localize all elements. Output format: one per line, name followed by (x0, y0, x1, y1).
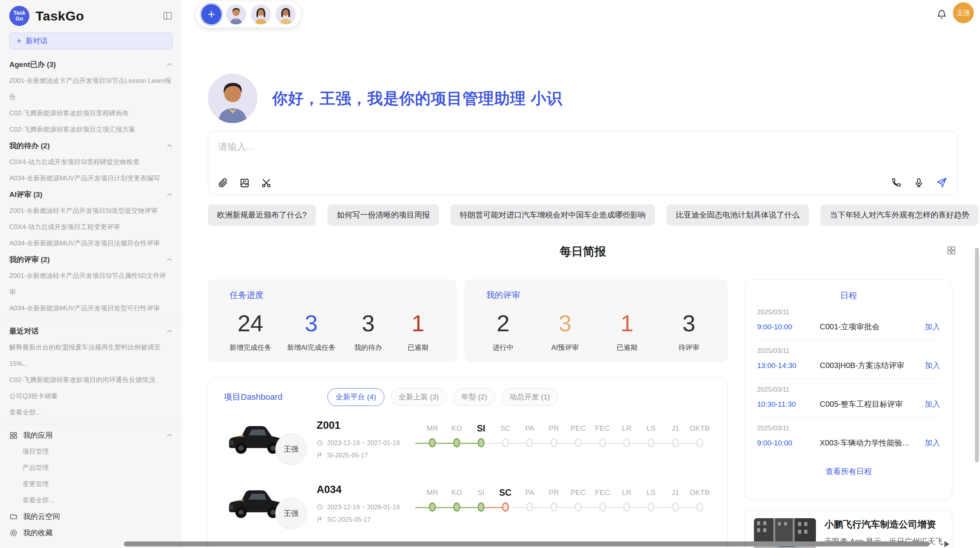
sidebar-item-favorites[interactable]: 我的收藏 (9, 525, 173, 541)
scissors-icon[interactable] (261, 178, 272, 188)
tab-year-model[interactable]: 年型 (2) (453, 388, 495, 406)
view-all-schedule-link[interactable]: 查看所有日程 (757, 466, 940, 477)
chevron-up-icon[interactable] (166, 328, 173, 334)
project-code: Z001 (317, 420, 420, 432)
section-my-todo[interactable]: 我的待办 (2) (9, 138, 173, 154)
suggestion-chip[interactable]: 特朗普可能对进口汽车增税会对中国车企造成哪些影响 (451, 204, 655, 226)
chat-input[interactable] (218, 140, 838, 164)
list-item[interactable]: 公司Q3轻卡销量 (9, 388, 173, 404)
microphone-icon[interactable] (913, 177, 924, 188)
suggestion-chip[interactable]: 欧洲新规最近颁布了什么? (208, 204, 316, 226)
milestone-node (429, 438, 436, 447)
event-time: 10:30-11:30 (757, 400, 820, 409)
sidebar-item-product-mgmt[interactable]: 产品管理 (9, 460, 173, 476)
milestone-label: PR (542, 486, 566, 499)
milestone-node (696, 502, 703, 512)
tab-new-platform[interactable]: 全新平台 (4) (327, 388, 384, 406)
new-chat-button[interactable]: + 新对话 (9, 33, 173, 50)
milestone-label: PEC (566, 486, 591, 499)
suggestion-chip[interactable]: 比亚迪全固态电池计划具体说了什么 (666, 204, 809, 226)
scroll-right-arrow-icon[interactable] (944, 541, 949, 547)
view-all-link[interactable]: 查看全部... (9, 492, 173, 509)
image-upload-icon[interactable] (239, 178, 250, 188)
milestone-node (648, 502, 654, 512)
list-item[interactable]: Z001-全新燃油轻卡产品开发项目SI造型提交物评审 (9, 203, 173, 219)
milestone-track: MRKOSISCPAPRPECFECLRLSJ1OKTB (420, 481, 712, 535)
milestone-label: SC (493, 486, 517, 499)
suggestion-chip[interactable]: 当下年轻人对汽车外观有怎样的喜好趋势 (821, 204, 978, 226)
plus-icon: + (17, 37, 22, 45)
project-row[interactable]: 王强 Z001 2023-12-19 ~ 2027-01-19 SI-2025-… (224, 416, 712, 471)
join-button[interactable]: 加入 (925, 360, 940, 371)
event-title: C003|H0B-方案冻结评审 (820, 360, 925, 371)
avatar[interactable] (276, 4, 296, 24)
stat: 3 AI预评审 (548, 311, 582, 352)
stat: 3 待评审 (672, 311, 706, 352)
milestone-node (478, 438, 485, 447)
dashboard-title: 项目Dashboard (224, 391, 327, 403)
dashboard-header: 项目Dashboard 全新平台 (4) 全新上装 (3) 年型 (2) 动总开… (224, 388, 712, 406)
vertical-scrollbar[interactable] (975, 248, 979, 462)
list-item[interactable]: Z001-全新燃油皮卡产品开发项目SI节点Lesson Learn报告 (9, 73, 173, 105)
add-session-button[interactable]: + (201, 4, 221, 24)
section-agent-done[interactable]: Agent已办 (3) (9, 57, 173, 73)
phone-icon[interactable] (891, 177, 902, 188)
sidebar-item-project-mgmt[interactable]: 项目管理 (9, 444, 173, 460)
list-item[interactable]: C0X4-动力总成开发项目工程变更评审 (9, 219, 173, 235)
list-item[interactable]: C02-飞腾新能源轻客改款项目立项汇报方案 (9, 122, 173, 138)
section-my-review[interactable]: 我的评审 (2) (9, 252, 173, 268)
join-button[interactable]: 加入 (925, 438, 940, 448)
join-button[interactable]: 加入 (925, 322, 940, 332)
list-item[interactable]: A034-全新新能源MUV产品开发项目法规符合性评审 (9, 235, 173, 252)
milestone-label: LR (615, 486, 639, 499)
milestone-LR: LR (615, 486, 639, 535)
stat-value: 24 (230, 311, 271, 336)
sidebar-item-change-mgmt[interactable]: 变更管理 (9, 476, 173, 492)
milestone-MR: MR (420, 422, 445, 471)
news-title: 小鹏飞行汽车制造公司增资 (824, 518, 943, 531)
sidebar-item-my-apps[interactable]: 我的应用 (9, 427, 173, 444)
milestone-node (453, 438, 460, 447)
user-avatar[interactable]: 王强 (953, 2, 974, 23)
chevron-up-icon[interactable] (166, 257, 173, 263)
chevron-up-icon[interactable] (166, 432, 173, 438)
milestone-track: MRKOSISCPAPRPECFECLRLSJ1OKTB (420, 416, 712, 471)
project-next-milestone: SI-2025-05-17 (317, 452, 420, 459)
list-item[interactable]: A034-全新新能源MUV产品开发项目计划变更表编写 (9, 170, 173, 187)
horizontal-scrollbar[interactable] (124, 541, 930, 546)
list-item[interactable]: C02-飞腾新能源轻客改款项目的闭环通告反馈情况 (9, 372, 173, 388)
section-recent-chats[interactable]: 最近对话 (9, 323, 173, 339)
suggestion-chip[interactable]: 如何写一份清晰的项目周报 (327, 204, 439, 226)
list-item[interactable]: A034-全新新能源MUV产品开发项目造型可行性评审 (9, 300, 173, 317)
avatar[interactable] (251, 4, 271, 24)
chevron-up-icon[interactable] (166, 62, 173, 68)
list-item[interactable]: C0X4-动力总成开发项目SI里程碑提交物检查 (9, 154, 173, 170)
owner-name: 王强 (284, 444, 298, 454)
notification-bell-icon[interactable] (936, 9, 947, 20)
attach-icon[interactable] (218, 178, 228, 188)
milestone-node (599, 502, 606, 512)
send-icon[interactable] (936, 177, 947, 188)
list-item[interactable]: Z001-全新燃油轻卡产品开发项目SI节点属性5D文件评审 (9, 268, 173, 300)
avatar[interactable] (226, 4, 246, 24)
view-all-link[interactable]: 查看全部... (9, 404, 173, 421)
chevron-up-icon[interactable] (166, 192, 173, 198)
list-item[interactable]: C02-飞腾新能源轻客改款项目里程碑画布 (9, 105, 173, 122)
chevron-up-icon[interactable] (166, 143, 173, 149)
project-row[interactable]: 王强 A034 2023-12-19 ~ 2026-01-19 SC-2025-… (224, 481, 712, 535)
list-item[interactable]: 解释最新出台的欧盟报废车法规再生塑料比例被调至15%... (9, 339, 173, 372)
milestone-date: SC-2025-05-17 (327, 516, 371, 523)
tab-powertrain[interactable]: 动总开发 (1) (502, 388, 559, 406)
project-media: 王强 (224, 416, 306, 471)
section-ai-review[interactable]: AI评审 (3) (9, 187, 173, 203)
milestone-node (526, 502, 533, 512)
join-button[interactable]: 加入 (925, 399, 940, 409)
logo-line1: Task (14, 10, 26, 16)
app-root: Task Go TaskGo + 新对话 Agent已办 (3) Z001-全新… (0, 0, 980, 548)
app-logo: Task Go (9, 6, 29, 26)
sidebar-collapse-icon[interactable] (163, 11, 173, 21)
tab-new-body[interactable]: 全新上装 (3) (391, 388, 447, 406)
layout-grid-icon[interactable] (946, 245, 956, 255)
milestone-node (478, 502, 485, 512)
sidebar-item-cloud-space[interactable]: 我的云空间 (9, 509, 173, 525)
